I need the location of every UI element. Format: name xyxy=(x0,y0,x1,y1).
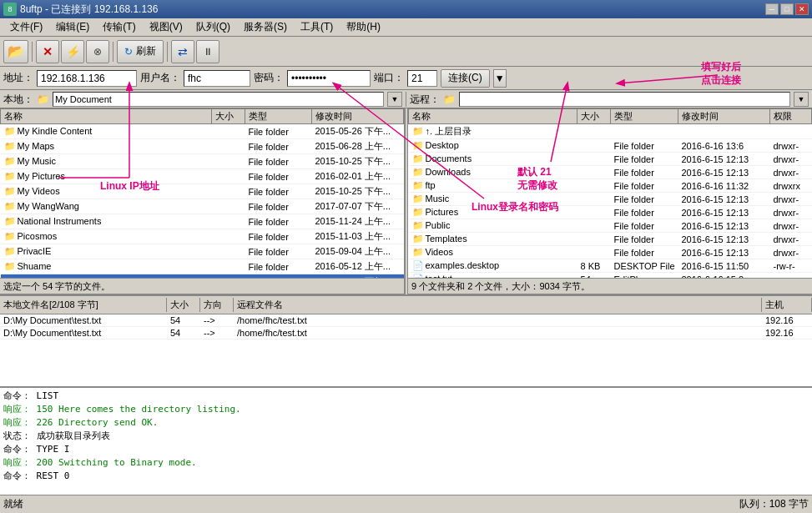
remote-file-table[interactable]: 名称 大小 类型 修改时间 权限 📁↑. 上层目录 xyxy=(408,108,812,278)
toolbar-folder-button[interactable]: 📂 xyxy=(3,40,28,63)
menu-file[interactable]: 文件(F) xyxy=(3,18,49,36)
menu-edit[interactable]: 编辑(E) xyxy=(49,18,96,36)
maximize-button[interactable]: □ xyxy=(780,3,794,15)
local-file-type: File folder xyxy=(245,244,312,259)
local-file-row[interactable]: 📁PrivacIE File folder 2015-09-04 上午... xyxy=(1,244,404,259)
local-file-row[interactable]: 📁Shuame File folder 2016-05-12 上午... xyxy=(1,259,404,274)
remote-col-size[interactable]: 大小 xyxy=(577,109,611,124)
remote-file-perm: drwxr- xyxy=(770,193,812,206)
local-file-row[interactable]: 📁Picosmos File folder 2015-11-03 上午... xyxy=(1,229,404,244)
remote-file-row[interactable]: 📁Videos File folder 2016-6-15 12:13 drwx… xyxy=(409,246,812,259)
local-file-name: 📁National Instruments xyxy=(1,214,212,229)
queue-row[interactable]: D:\My Document\test.txt 54 --> /home/fhc… xyxy=(0,314,812,327)
menu-transfer[interactable]: 传输(T) xyxy=(96,18,142,36)
local-file-row[interactable]: 📁My Kindle Content File folder 2015-05-2… xyxy=(1,124,404,139)
local-col-type[interactable]: 类型 xyxy=(245,109,312,124)
local-path-input[interactable] xyxy=(53,92,384,107)
menu-help[interactable]: 帮助(H) xyxy=(340,18,387,36)
queue-col-host[interactable]: 主机 xyxy=(762,298,812,312)
local-file-date: 2016-05-12 上午... xyxy=(312,259,404,274)
pass-label: 密码： xyxy=(254,71,284,85)
queue-header: 本地文件名[2/108 字节] 大小 方向 远程文件名 主机 xyxy=(0,296,812,314)
port-input[interactable] xyxy=(407,70,437,87)
local-file-row[interactable]: 📁My Videos File folder 2015-10-25 下午... xyxy=(1,184,404,199)
remote-file-row[interactable]: 📁Downloads File folder 2016-6-15 12:13 d… xyxy=(409,166,812,179)
remote-file-type: File folder xyxy=(611,206,678,219)
remote-file-row[interactable]: 📁↑. 上层目录 xyxy=(409,124,812,139)
remote-file-size xyxy=(577,219,611,233)
remote-file-perm: drwxr- xyxy=(770,166,812,179)
remote-file-row[interactable]: 📁Templates File folder 2016-6-15 12:13 d… xyxy=(409,233,812,246)
local-file-row[interactable]: 📁My Music File folder 2015-10-25 下午... xyxy=(1,154,404,169)
remote-file-name: 📄examples.desktop xyxy=(409,259,577,273)
folder-open-icon: 📂 xyxy=(8,43,24,59)
refresh-button[interactable]: ↻ 刷新 xyxy=(117,40,164,63)
local-col-name[interactable]: 名称 xyxy=(1,109,212,124)
queue-area: 本地文件名[2/108 字节] 大小 方向 远程文件名 主机 D:\My Doc… xyxy=(0,294,812,386)
toolbar-pause-button[interactable]: ⏸ xyxy=(196,40,219,63)
remote-file-perm: drwxr- xyxy=(770,153,812,166)
remote-file-perm: drwxr- xyxy=(770,219,812,233)
local-file-row[interactable]: 📁My WangWang File folder 2017-07-07 下午..… xyxy=(1,199,404,214)
menu-queue[interactable]: 队列(Q) xyxy=(189,18,237,36)
toolbar-stop-button[interactable]: ⊗ xyxy=(86,40,109,63)
remote-file-name: 📁Documents xyxy=(409,153,577,166)
queue-row[interactable]: D:\My Document\test.txt 54 --> /home/fhc… xyxy=(0,327,812,339)
log-line: 响应： 200 Switching to Binary mode. xyxy=(3,456,809,470)
ip-input[interactable] xyxy=(37,70,137,87)
remote-file-row[interactable]: 📁Desktop File folder 2016-6-16 13:6 drwx… xyxy=(409,139,812,153)
remote-file-perm: drwxrx xyxy=(770,179,812,193)
local-file-table[interactable]: 名称 大小 类型 修改时间 📁My Kindle Content File fo… xyxy=(0,108,404,278)
minimize-button[interactable]: ─ xyxy=(765,3,779,15)
toolbar-lightning-button[interactable]: ⚡ xyxy=(61,40,84,63)
local-file-row[interactable]: 📁My Maps File folder 2015-06-28 上午... xyxy=(1,139,404,154)
queue-col-dir[interactable]: 方向 xyxy=(200,298,234,312)
queue-col-remotefile[interactable]: 远程文件名 xyxy=(234,298,762,312)
remote-col-name[interactable]: 名称 xyxy=(409,109,577,124)
toolbar-disconnect-button[interactable]: ✕ xyxy=(36,40,59,63)
toolbar-upload-button[interactable]: ⇄ xyxy=(171,40,194,63)
local-file-size xyxy=(212,139,245,154)
local-file-type: File folder xyxy=(245,259,312,274)
remote-file-row[interactable]: 📁Music File folder 2016-6-15 12:13 drwxr… xyxy=(409,193,812,206)
local-file-row[interactable]: 📁My Pictures File folder 2016-02-01 上午..… xyxy=(1,169,404,184)
remote-col-type[interactable]: 类型 xyxy=(611,109,678,124)
password-input[interactable] xyxy=(287,70,371,87)
queue-col-size[interactable]: 大小 xyxy=(167,298,200,312)
local-file-date: 2015-11-03 上午... xyxy=(312,229,404,244)
local-path-dropdown[interactable]: ▼ xyxy=(387,92,402,107)
folder-icon: 📁 xyxy=(37,93,49,105)
connect-dropdown[interactable]: ▼ xyxy=(493,69,507,88)
local-file-row[interactable]: 📁National Instruments File folder 2015-1… xyxy=(1,214,404,229)
local-col-date[interactable]: 修改时间 xyxy=(312,109,404,124)
connect-button[interactable]: 连接(C) xyxy=(441,69,490,88)
remote-col-perm[interactable]: 权限 xyxy=(770,109,812,124)
username-input[interactable] xyxy=(184,70,250,87)
close-button[interactable]: ✕ xyxy=(795,3,809,15)
local-file-date: 2017-07-07 下午... xyxy=(312,199,404,214)
queue-local: D:\My Document\test.txt xyxy=(0,314,167,327)
menu-tools[interactable]: 工具(T) xyxy=(294,18,340,36)
queue-col-localfile[interactable]: 本地文件名[2/108 字节] xyxy=(0,298,167,312)
remote-file-row[interactable]: 📁Documents File folder 2016-6-15 12:13 d… xyxy=(409,153,812,166)
remote-file-row[interactable]: 📁ftp File folder 2016-6-16 11:32 drwxrx xyxy=(409,179,812,193)
local-file-date: 2015-09-04 上午... xyxy=(312,244,404,259)
local-col-size[interactable]: 大小 xyxy=(212,109,245,124)
local-file-name: 📁My Kindle Content xyxy=(1,124,212,139)
remote-path-dropdown[interactable]: ▼ xyxy=(794,92,809,107)
remote-file-type: File folder xyxy=(611,166,678,179)
menu-server[interactable]: 服务器(S) xyxy=(237,18,294,36)
remote-path-input[interactable] xyxy=(459,92,790,107)
remote-file-row[interactable]: 📁Pictures File folder 2016-6-15 12:13 dr… xyxy=(409,206,812,219)
toolbar: 📂 ✕ ⚡ ⊗ ↻ 刷新 ⇄ ⏸ xyxy=(0,37,812,67)
remote-file-row[interactable]: 📁Public File folder 2016-6-15 12:13 drwx… xyxy=(409,219,812,233)
remote-file-row[interactable]: 📄examples.desktop 8 KB DESKTOP File 2016… xyxy=(409,259,812,273)
local-file-date: 2015-10-25 下午... xyxy=(312,184,404,199)
local-panel: 名称 大小 类型 修改时间 📁My Kindle Content File fo… xyxy=(0,108,405,294)
menu-view[interactable]: 视图(V) xyxy=(143,18,189,36)
remote-file-type: File folder xyxy=(611,153,678,166)
local-file-date: 2015-06-28 上午... xyxy=(312,139,404,154)
remote-col-date[interactable]: 修改时间 xyxy=(678,109,770,124)
local-file-size xyxy=(212,244,245,259)
local-file-size xyxy=(212,154,245,169)
